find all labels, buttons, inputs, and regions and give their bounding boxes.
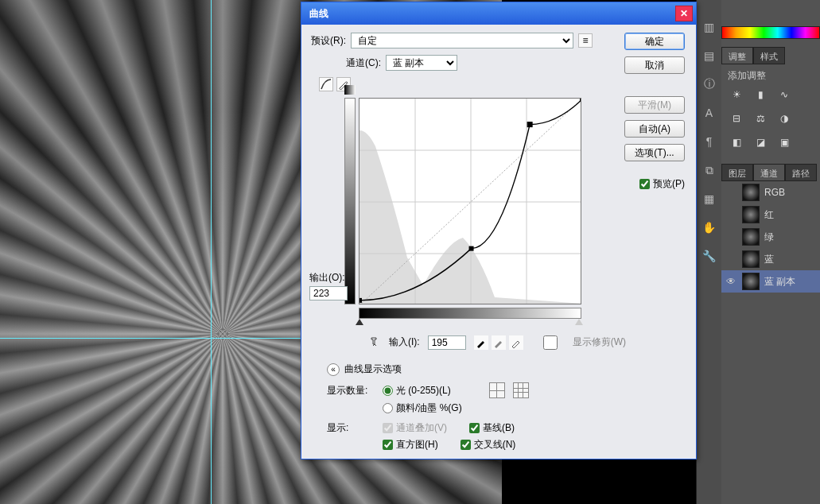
grid-coarse-icon[interactable] [489,382,505,398]
levels-icon[interactable]: ▮ [753,87,768,102]
channel-label: 通道(C): [346,56,381,70]
tab-adjustments[interactable]: 调整 [721,47,753,64]
visibility-icon[interactable] [726,231,737,242]
channel-name: 红 [764,208,774,222]
channel-thumb [742,228,760,246]
intersection-checkbox[interactable]: 交叉线(N) [461,438,516,452]
curve-tool-icon[interactable] [319,77,333,91]
show-clipping-label: 显示修剪(W) [573,335,626,349]
channel-row-red[interactable]: 红 [721,204,820,226]
ruler-icon[interactable]: ▦ [702,192,717,206]
clone-icon[interactable]: ⧉ [702,163,717,177]
cancel-button[interactable]: 取消 [624,56,685,74]
radio-light[interactable]: 光 (0-255)(L) [383,384,451,397]
curve-graph[interactable] [359,98,581,304]
paragraph-icon[interactable]: ¶ [702,134,717,149]
channel-thumb [742,206,760,223]
channels-list: RGB 红 绿 蓝 👁 蓝 副本 [721,181,820,293]
channel-name: RGB [764,187,785,198]
invert-icon[interactable]: ▣ [777,135,791,149]
wrench-icon[interactable]: 🔧 [702,249,717,263]
shadow-slider[interactable] [356,319,363,325]
grid-fine-icon[interactable] [513,382,529,398]
hand-icon[interactable]: ✋ [702,220,717,235]
exposure-icon[interactable]: ⊟ [729,111,744,126]
visibility-icon[interactable]: 👁 [726,276,737,287]
channel-row-blue[interactable]: 蓝 [721,248,820,270]
input-input[interactable] [428,335,466,350]
swatches-icon[interactable]: ▤ [702,48,717,63]
tab-layers[interactable]: 图层 [721,164,753,181]
tab-styles[interactable]: 样式 [753,47,785,64]
channel-name: 蓝 副本 [764,275,795,289]
color-spectrum[interactable] [721,26,820,39]
output-label: 输出(O): [309,271,354,285]
eyedropper-black-icon[interactable] [474,335,488,350]
show-clipping-checkbox[interactable]: 显示修剪(W) [531,335,626,350]
channel-thumb [742,250,760,268]
channel-select[interactable]: 蓝 副本 [386,55,457,71]
tab-channels[interactable]: 通道 [753,164,785,181]
channel-name: 绿 [764,231,774,244]
histogram-icon[interactable]: ▥ [702,20,717,34]
preset-select[interactable]: 自定 [351,33,573,48]
right-toolstrip: ▥ ▤ ⓘ A ¶ ⧉ ▦ ✋ 🔧 [696,0,721,504]
svg-rect-9 [527,122,532,127]
text-icon[interactable]: A [702,106,717,120]
eyedropper-white-icon[interactable] [509,335,523,350]
curves-icon[interactable]: ∿ [777,87,791,102]
show-clipping-input[interactable] [531,335,569,350]
eyedropper-group [474,335,523,350]
right-panels: 调整 样式 添加调整 ☀ ▮ ∿ ⊟ ⚖ ◑ ◧ ◪ ▣ 图层 通道 路径 RG… [721,0,820,504]
show-label: 显示: [327,421,375,435]
add-adjustment-label: 添加调整 [728,69,814,83]
overlay-checkbox[interactable]: 通道叠加(V) [383,421,447,435]
ok-button[interactable]: 确定 [624,33,685,50]
preset-label: 预设(R): [311,34,346,48]
visibility-icon[interactable] [726,209,737,220]
brightness-icon[interactable]: ☀ [729,87,744,102]
photo-filter-icon[interactable]: ◪ [753,135,768,149]
baseline-checkbox[interactable]: 基线(B) [469,421,515,435]
svg-rect-10 [580,99,581,102]
preset-menu-icon[interactable]: ≡ [578,33,593,48]
hue-icon[interactable]: ◑ [777,111,791,126]
gradient-horizontal [359,308,581,319]
svg-rect-7 [359,298,362,303]
channel-row-blue-copy[interactable]: 👁 蓝 副本 [721,270,820,293]
input-sliders[interactable] [359,319,581,327]
channel-name: 蓝 [764,253,774,266]
channel-row-green[interactable]: 绿 [721,226,820,248]
curve-area [359,98,686,327]
dialog-title: 曲线 [309,7,328,21]
channel-row-rgb[interactable]: RGB [721,181,820,204]
channel-thumb [742,184,760,201]
close-icon[interactable]: ✕ [675,6,693,21]
radio-pigment[interactable]: 颜料/油墨 %(G) [383,401,462,415]
output-input[interactable] [309,286,348,300]
target-adjust-icon[interactable] [368,335,381,350]
balance-icon[interactable]: ⚖ [753,111,768,126]
curves-dialog: 曲线 ✕ 确定 取消 平滑(M) 自动(A) 选项(T)... 预览(P) 预设… [301,2,697,459]
visibility-icon[interactable] [726,254,737,265]
tab-paths[interactable]: 路径 [785,164,817,181]
adjustments-body: 添加调整 ☀ ▮ ∿ ⊟ ⚖ ◑ ◧ ◪ ▣ [721,64,820,159]
eyedropper-gray-icon[interactable] [492,335,506,350]
dialog-titlebar[interactable]: 曲线 ✕ [301,2,696,25]
histogram-checkbox[interactable]: 直方图(H) [383,438,438,452]
output-box: 输出(O): [309,271,354,300]
info-icon[interactable]: ⓘ [702,77,717,91]
visibility-icon[interactable] [726,187,737,198]
collapse-icon[interactable]: « [327,363,340,376]
amount-label: 显示数量: [327,384,375,397]
channel-thumb [742,273,760,290]
highlight-slider[interactable] [575,319,583,325]
display-options-label: 曲线显示选项 [344,362,402,376]
gradient-top [344,85,356,95]
input-label: 输入(I): [389,335,420,349]
bw-icon[interactable]: ◧ [729,135,744,149]
svg-rect-8 [469,246,474,251]
